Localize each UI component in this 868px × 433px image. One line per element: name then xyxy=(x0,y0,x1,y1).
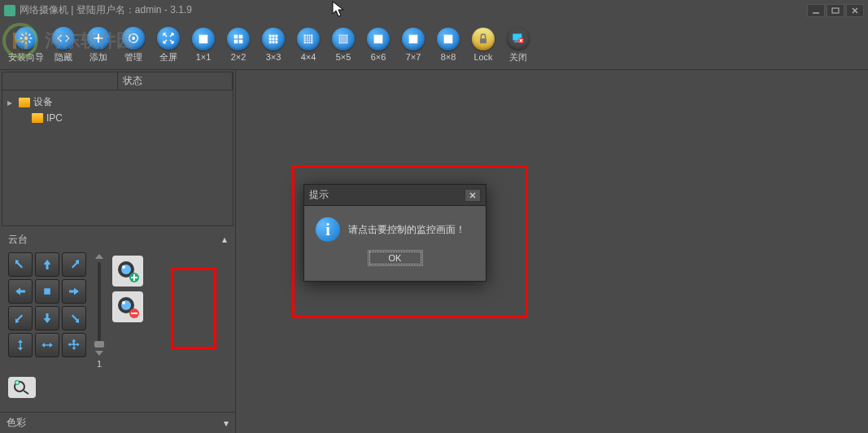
ptz-up[interactable] xyxy=(35,252,59,277)
toolbar-grid-5x5[interactable]: 5×5 xyxy=(328,23,359,67)
close-button[interactable] xyxy=(846,4,864,17)
toolbar-label: 关闭 xyxy=(509,51,527,63)
svg-rect-11 xyxy=(239,35,243,39)
camera-add-button[interactable] xyxy=(112,256,143,286)
toolbar-manage[interactable]: 管理 xyxy=(118,23,149,67)
svg-rect-17 xyxy=(269,37,272,40)
toolbar-grid-2x2[interactable]: 2×2 xyxy=(223,23,254,67)
slider-down-icon[interactable] xyxy=(94,349,104,357)
lock-icon xyxy=(472,28,495,50)
zoom-in-button[interactable] xyxy=(8,377,36,398)
annotation-highlight-camera xyxy=(171,268,216,349)
dialog-message: 请点击要控制的监控画面！ xyxy=(348,223,465,237)
toolbar-label: 添加 xyxy=(89,51,107,63)
toolbar: 安装向导 隐藏 添加 管理 全屏 1×1 2×2 3×3 4×4 5×5 6×6 xyxy=(0,20,868,69)
svg-rect-13 xyxy=(239,40,243,44)
dialog-ok-button[interactable]: OK xyxy=(368,250,423,266)
toolbar-grid-6x6[interactable]: 6×6 xyxy=(363,23,394,67)
svg-rect-9 xyxy=(199,35,208,44)
svg-line-59 xyxy=(24,391,28,394)
toolbar-grid-1x1[interactable]: 1×1 xyxy=(188,23,219,67)
maximize-button[interactable] xyxy=(827,4,844,17)
ptz-stop[interactable] xyxy=(35,279,59,304)
svg-rect-39 xyxy=(374,35,383,44)
toolbar-label: 8×8 xyxy=(441,52,456,62)
svg-rect-10 xyxy=(234,35,238,39)
ptz-updown[interactable] xyxy=(8,333,33,357)
ptz-up-right[interactable] xyxy=(62,252,86,277)
ptz-right[interactable] xyxy=(62,279,86,304)
tree-child-ipc[interactable]: IPC xyxy=(6,111,229,125)
slider-thumb[interactable] xyxy=(94,341,104,348)
toolbar-label: 7×7 xyxy=(406,52,421,62)
toolbar-fullscreen[interactable]: 全屏 xyxy=(153,23,184,67)
toolbar-close[interactable]: 关闭 xyxy=(503,23,534,67)
ptz-speed-slider[interactable]: 1 xyxy=(94,252,104,369)
ptz-down-left[interactable] xyxy=(8,306,33,330)
toolbar-label: 6×6 xyxy=(371,52,386,62)
toolbar-grid-7x7[interactable]: 7×7 xyxy=(398,23,429,67)
ptz-leftright[interactable] xyxy=(35,333,59,357)
close-monitor-icon xyxy=(507,27,530,50)
device-tree: 状态 ▸ 设备 IPC xyxy=(2,72,233,226)
camera-preset-group xyxy=(112,252,143,369)
ptz-down-right[interactable] xyxy=(62,306,86,330)
svg-rect-16 xyxy=(275,35,277,37)
chevron-up-icon: ▴ xyxy=(222,234,227,245)
ptz-down[interactable] xyxy=(35,306,59,330)
tree-node-label: IPC xyxy=(46,112,63,124)
tree-col-name xyxy=(2,72,118,90)
minimize-button[interactable] xyxy=(807,4,825,17)
svg-rect-22 xyxy=(275,41,277,43)
tree-node-label: 设备 xyxy=(33,95,53,109)
grid4-icon xyxy=(297,28,320,50)
color-header[interactable]: 色彩 ▾ xyxy=(0,412,235,433)
slider-value: 1 xyxy=(97,359,102,369)
toolbar-label: 2×2 xyxy=(231,52,246,62)
tree-root[interactable]: ▸ 设备 xyxy=(6,94,229,111)
toolbar-grid-4x4[interactable]: 4×4 xyxy=(293,23,324,67)
hide-icon xyxy=(52,27,75,50)
ptz-all-directions[interactable] xyxy=(62,333,86,357)
toolbar-add[interactable]: 添加 xyxy=(83,23,114,67)
ptz-header[interactable]: 云台 ▴ xyxy=(3,231,232,247)
toolbar-grid-8x8[interactable]: 8×8 xyxy=(433,23,464,67)
svg-rect-14 xyxy=(269,35,272,37)
alert-dialog: 提示 i 请点击要控制的监控画面！ OK xyxy=(303,184,486,282)
toolbar-label: Lock xyxy=(473,52,492,62)
toolbar-lock[interactable]: Lock xyxy=(468,23,499,67)
slider-track[interactable] xyxy=(98,262,101,348)
fullscreen-icon xyxy=(157,27,180,50)
ptz-up-left[interactable] xyxy=(8,252,33,277)
toolbar-label: 1×1 xyxy=(196,52,212,62)
svg-rect-40 xyxy=(409,35,418,44)
folder-icon xyxy=(32,113,43,123)
add-icon xyxy=(87,27,110,50)
toolbar-label: 全屏 xyxy=(159,51,177,63)
svg-rect-30 xyxy=(339,35,348,44)
toolbar-install-wizard[interactable]: 安装向导 xyxy=(8,23,44,67)
svg-rect-19 xyxy=(275,37,277,40)
svg-rect-20 xyxy=(269,41,272,43)
grid8-icon xyxy=(437,28,460,50)
ptz-direction-pad xyxy=(8,252,86,369)
folder-icon xyxy=(19,98,30,107)
svg-point-8 xyxy=(132,37,135,40)
svg-rect-21 xyxy=(272,41,274,43)
svg-rect-42 xyxy=(480,38,486,43)
toolbar-hide[interactable]: 隐藏 xyxy=(48,23,79,67)
sidebar: 状态 ▸ 设备 IPC 云台 ▴ xyxy=(0,70,236,433)
toolbar-label: 隐藏 xyxy=(55,51,72,63)
camera-remove-button[interactable] xyxy=(112,291,143,322)
toolbar-grid-3x3[interactable]: 3×3 xyxy=(258,23,289,67)
slider-up-icon[interactable] xyxy=(94,252,104,260)
svg-rect-3 xyxy=(832,8,839,13)
ptz-left[interactable] xyxy=(8,279,33,304)
svg-rect-12 xyxy=(234,40,238,44)
grid6-icon xyxy=(367,28,390,50)
grid3-icon xyxy=(262,28,285,50)
toolbar-label: 5×5 xyxy=(336,52,351,62)
grid7-icon xyxy=(402,28,425,50)
dialog-close-button[interactable] xyxy=(465,189,481,202)
tree-col-status: 状态 xyxy=(118,72,233,90)
